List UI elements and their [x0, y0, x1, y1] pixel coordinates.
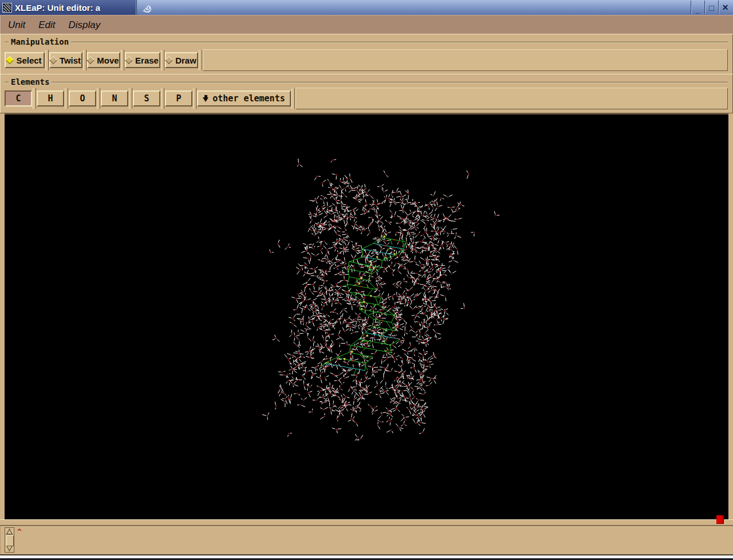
manipulation-frame-line — [5, 42, 728, 43]
spiral-icon — [140, 1, 153, 14]
app-icon — [2, 3, 12, 13]
button-divider — [161, 50, 164, 70]
console-scrollbar[interactable] — [5, 527, 14, 553]
button-divider — [33, 88, 36, 109]
elements-button-row: C H O N S P other elements — [5, 88, 728, 109]
menu-edit[interactable]: Edit — [33, 18, 60, 32]
button-divider — [161, 88, 164, 109]
select-mode-button[interactable]: Select — [5, 52, 45, 68]
manipulation-button-row: Select Twist Move Erase Draw — [5, 50, 728, 70]
radio-diamond-icon — [86, 56, 94, 64]
scrollbar-thumb[interactable] — [6, 535, 14, 546]
close-button[interactable]: × — [718, 1, 732, 14]
move-mode-button[interactable]: Move — [87, 52, 120, 68]
element-p-button[interactable]: P — [165, 90, 192, 107]
twist-mode-button[interactable]: Twist — [49, 52, 82, 68]
window-title: XLEaP: Unit editor: a — [15, 3, 100, 13]
titlebar[interactable]: XLEaP: Unit editor: a _ □ × — [0, 0, 733, 15]
console-area[interactable]: ^ — [0, 525, 733, 555]
radio-diamond-icon — [125, 56, 133, 64]
element-h-button[interactable]: H — [37, 90, 64, 107]
row-filler — [203, 49, 728, 71]
button-divider — [65, 88, 68, 109]
element-s-button[interactable]: S — [133, 90, 160, 107]
text-cursor: ^ — [17, 527, 22, 536]
radio-diamond-icon — [165, 56, 173, 64]
elements-label: Elements — [9, 77, 52, 86]
manipulation-label: Manipulation — [9, 37, 71, 46]
titlebar-active-area: XLEaP: Unit editor: a — [0, 0, 137, 15]
window-bottom-frame — [0, 554, 733, 560]
minimize-button[interactable]: _ — [691, 1, 704, 14]
scroll-down-icon — [7, 546, 13, 551]
element-c-button[interactable]: C — [5, 90, 32, 107]
elements-section: Elements C H O N S P other elements — [0, 74, 733, 113]
manipulation-section: Manipulation Select Twist Move Erase — [0, 34, 733, 74]
erase-mode-button[interactable]: Erase — [125, 52, 160, 68]
elements-frame-line — [5, 82, 728, 83]
button-divider — [121, 50, 124, 70]
button-divider — [45, 50, 49, 70]
menu-display[interactable]: Display — [64, 18, 106, 32]
draw-mode-button[interactable]: Draw — [165, 52, 198, 68]
radio-diamond-icon — [49, 56, 57, 64]
down-arrow-icon — [203, 95, 209, 102]
scroll-up-icon — [7, 529, 13, 534]
maximize-button[interactable]: □ — [704, 1, 718, 14]
row-filler — [295, 88, 728, 109]
button-divider — [291, 88, 295, 109]
other-elements-button[interactable]: other elements — [197, 90, 291, 107]
button-divider — [199, 50, 202, 70]
button-divider — [193, 88, 196, 109]
element-o-button[interactable]: O — [69, 90, 96, 107]
molecule-canvas[interactable] — [5, 115, 728, 519]
menubar: Unit Edit Display — [0, 15, 733, 35]
button-divider — [129, 88, 132, 109]
menu-unit[interactable]: Unit — [3, 18, 30, 32]
xleap-unit-editor-window: XLEaP: Unit editor: a _ □ × Unit Edit Di… — [0, 0, 733, 560]
viewport-frame — [5, 113, 728, 519]
element-n-button[interactable]: N — [101, 90, 128, 107]
modified-indicator — [716, 515, 724, 524]
button-divider — [97, 88, 100, 109]
radio-diamond-icon — [6, 56, 14, 64]
